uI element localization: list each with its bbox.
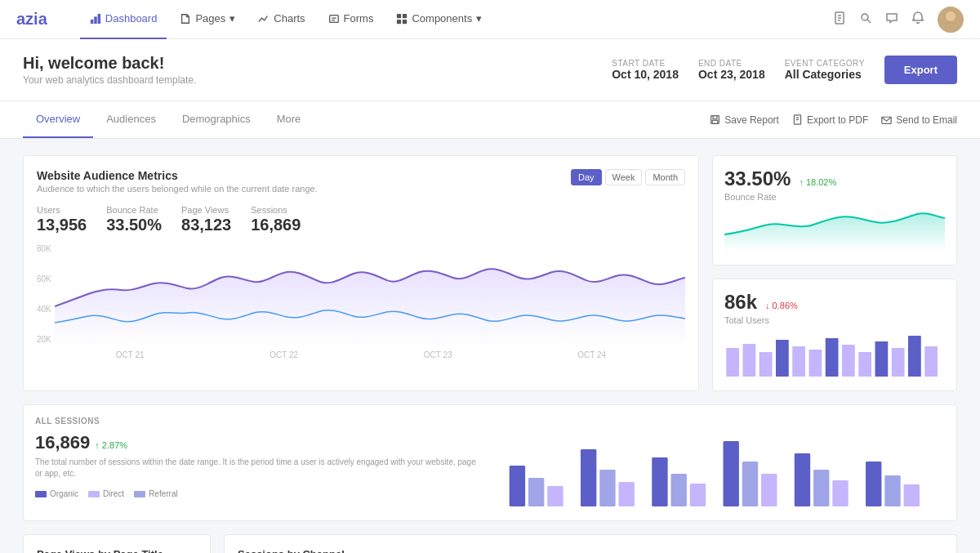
all-sessions-card: ALL SESSIONS 16,869 ↑ 2.87% The total nu… xyxy=(23,404,957,521)
svg-rect-31 xyxy=(826,338,839,377)
chart-icon xyxy=(90,13,101,25)
header: Hi, welcome back! Your web analytics das… xyxy=(0,39,980,101)
nav-forms[interactable]: Forms xyxy=(318,0,384,39)
svg-rect-55 xyxy=(904,484,920,506)
nav-items: Dashboard Pages ▾ Charts Forms Component… xyxy=(80,0,833,39)
top-row: Website Audience Metrics Audience to whi… xyxy=(23,155,957,391)
export-button[interactable]: Export xyxy=(884,56,957,84)
avatar[interactable] xyxy=(938,7,964,33)
svg-rect-47 xyxy=(724,441,739,506)
svg-rect-48 xyxy=(742,462,758,506)
nav-dashboard[interactable]: Dashboard xyxy=(80,0,167,39)
bounce-card: 33.50% ↑ 18.02% Bounce Rate xyxy=(712,155,957,265)
doc-icon[interactable] xyxy=(833,11,846,27)
export-pdf-action[interactable]: Export to PDF xyxy=(792,114,868,126)
svg-rect-19 xyxy=(713,116,717,119)
svg-rect-9 xyxy=(403,19,407,23)
tab-demographics[interactable]: Demographics xyxy=(169,101,264,138)
x-label-oct24: OCT 24 xyxy=(577,350,606,359)
nav-pages-label: Pages xyxy=(195,12,225,25)
date-group: START DATE Oct 10, 2018 END DATE Oct 23,… xyxy=(612,59,865,81)
tab-more[interactable]: More xyxy=(264,101,314,138)
bounce-value: 33.50% xyxy=(724,167,791,190)
send-email-action[interactable]: Send to Email xyxy=(881,114,957,126)
nav-components[interactable]: Components ▾ xyxy=(386,0,492,39)
svg-point-16 xyxy=(946,11,956,21)
svg-rect-42 xyxy=(599,470,615,506)
nav-pages[interactable]: Pages ▾ xyxy=(170,0,245,39)
nav-right xyxy=(833,7,964,33)
chart-x-labels: OCT 21 OCT 22 OCT 23 OCT 24 xyxy=(37,350,685,359)
svg-rect-34 xyxy=(875,341,889,377)
sessions-bar-chart xyxy=(501,417,945,506)
svg-rect-8 xyxy=(397,19,401,23)
svg-rect-25 xyxy=(726,348,739,377)
metrics-row: Users 13,956 Bounce Rate 33.50% Page Vie… xyxy=(37,203,685,234)
components-icon xyxy=(396,13,408,25)
svg-point-17 xyxy=(942,25,959,33)
svg-point-14 xyxy=(862,14,868,20)
metric-users-value: 13,956 xyxy=(37,216,87,234)
forms-icon xyxy=(328,13,340,25)
start-date: START DATE Oct 10, 2018 xyxy=(612,59,679,81)
nav-charts[interactable]: Charts xyxy=(248,0,314,39)
pv-header: Page Views by Page Title xyxy=(37,548,197,553)
total-users-label: Total Users xyxy=(724,315,798,325)
y-label-60k: 60K xyxy=(37,274,51,283)
metric-bounce-value: 33.50% xyxy=(106,216,162,234)
nav-forms-label: Forms xyxy=(344,12,374,25)
x-label-oct23: OCT 23 xyxy=(424,350,452,359)
svg-rect-30 xyxy=(809,350,822,377)
svg-rect-39 xyxy=(528,478,544,506)
chart-day-btn[interactable]: Day xyxy=(571,169,602,185)
header-right: START DATE Oct 10, 2018 END DATE Oct 23,… xyxy=(612,56,957,84)
svg-rect-27 xyxy=(760,352,773,377)
nav-components-label: Components xyxy=(412,12,472,25)
metric-bounce-label: Bounce Rate xyxy=(106,205,158,215)
main-line-chart xyxy=(55,241,685,347)
page-views-card: Page Views by Page Title This report is … xyxy=(23,534,211,553)
search-icon[interactable] xyxy=(859,11,872,27)
svg-rect-53 xyxy=(866,462,881,506)
event-value: All Categories xyxy=(785,68,862,81)
main-chart-card: Website Audience Metrics Audience to whi… xyxy=(23,155,699,391)
start-date-value: Oct 10, 2018 xyxy=(612,68,679,81)
svg-rect-41 xyxy=(581,449,596,506)
x-label-oct22: OCT 22 xyxy=(270,350,298,359)
svg-rect-6 xyxy=(397,13,401,17)
metric-sessions-value: 16,869 xyxy=(251,216,301,234)
main-chart-svg-wrap: 80K 60K 40K 20K xyxy=(37,241,685,359)
event-category: EVENT CATEGORY All Categories xyxy=(785,59,865,81)
metric-users-label: Users xyxy=(37,205,60,215)
bell-icon[interactable] xyxy=(911,11,924,27)
end-date-label: END DATE xyxy=(698,59,765,68)
sessions-value: 16,869 xyxy=(35,432,90,453)
svg-rect-36 xyxy=(908,336,921,377)
sessions-channel-card: Sessions by Channel xyxy=(224,534,957,553)
tab-overview[interactable]: Overview xyxy=(23,101,93,138)
svg-rect-28 xyxy=(776,340,789,377)
app-logo: azia xyxy=(16,10,47,29)
total-users-sparkline xyxy=(724,332,945,377)
total-users-card: 86k ↓ 0.86% Total Users xyxy=(712,279,957,391)
svg-rect-44 xyxy=(652,457,667,506)
save-report-action[interactable]: Save Report xyxy=(710,114,779,126)
tab-audiences[interactable]: Audiences xyxy=(93,101,169,138)
svg-rect-38 xyxy=(510,466,525,506)
header-left: Hi, welcome back! Your web analytics das… xyxy=(23,54,196,86)
svg-rect-7 xyxy=(403,13,407,17)
sessions-left: ALL SESSIONS 16,869 ↑ 2.87% The total nu… xyxy=(24,405,490,520)
tabs: Overview Audiences Demographics More xyxy=(23,101,314,138)
metric-pageviews-label: Page Views xyxy=(181,205,229,215)
chart-controls: Day Week Month xyxy=(571,169,685,185)
metric-sessions-label: Sessions xyxy=(251,205,287,215)
metric-bounce: Bounce Rate 33.50% xyxy=(106,203,162,234)
bottom-row: Page Views by Page Title This report is … xyxy=(23,534,957,553)
nav-charts-label: Charts xyxy=(274,12,305,25)
page-subtitle: Your web analytics dashboard template. xyxy=(23,74,196,86)
chat-icon[interactable] xyxy=(885,11,898,27)
email-icon xyxy=(881,114,892,125)
chart-month-btn[interactable]: Month xyxy=(645,169,685,185)
end-date: END DATE Oct 23, 2018 xyxy=(698,59,765,81)
chart-week-btn[interactable]: Week xyxy=(605,169,643,185)
